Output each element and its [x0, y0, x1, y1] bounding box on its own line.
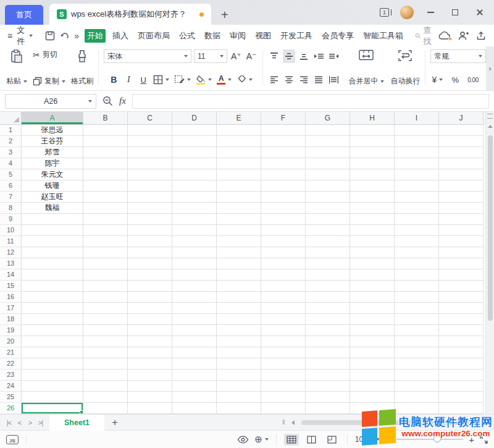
cell-B21[interactable] — [83, 347, 128, 358]
paste-button[interactable]: 粘贴 — [6, 49, 27, 87]
cell-G13[interactable] — [306, 258, 350, 269]
cell-J9[interactable] — [439, 214, 484, 225]
cell-A16[interactable] — [22, 292, 83, 303]
cell-E11[interactable] — [217, 236, 261, 247]
menu-tab-插入[interactable]: 插入 — [110, 29, 131, 43]
cell-D22[interactable] — [172, 358, 217, 370]
cell-H20[interactable] — [350, 336, 395, 347]
document-tab[interactable]: S wps excel表格列数据如何对齐？ — [49, 4, 211, 25]
cell-C13[interactable] — [128, 258, 172, 269]
cell-E4[interactable] — [217, 158, 261, 169]
cell-A17[interactable] — [22, 303, 83, 314]
cell-B3[interactable] — [83, 147, 128, 158]
cell-F20[interactable] — [261, 336, 306, 347]
cell-J18[interactable] — [439, 314, 484, 325]
cell-I9[interactable] — [395, 214, 439, 225]
cell-F16[interactable] — [261, 292, 306, 303]
menu-tab-视图[interactable]: 视图 — [253, 29, 274, 43]
cell-E25[interactable] — [217, 392, 261, 403]
cell-F25[interactable] — [261, 392, 306, 403]
column-header-I[interactable]: I — [395, 112, 439, 125]
cell-G9[interactable] — [306, 214, 350, 225]
undo-button[interactable] — [59, 31, 70, 41]
cell-D16[interactable] — [172, 292, 217, 303]
align-center-button[interactable] — [283, 73, 295, 87]
cell-C18[interactable] — [128, 314, 172, 325]
align-left-button[interactable] — [268, 73, 280, 87]
cell-G15[interactable] — [306, 281, 350, 292]
menu-tab-公式[interactable]: 公式 — [177, 29, 198, 43]
cell-C11[interactable] — [128, 236, 172, 247]
menu-tab-页面布局[interactable]: 页面布局 — [135, 29, 172, 43]
cell-G8[interactable] — [306, 203, 350, 214]
cell-H16[interactable] — [350, 292, 395, 303]
cell-H14[interactable] — [350, 269, 395, 281]
cell-B14[interactable] — [83, 269, 128, 281]
close-button[interactable] — [472, 4, 488, 20]
cell-G22[interactable] — [306, 358, 350, 370]
cell-D18[interactable] — [172, 314, 217, 325]
cell-D5[interactable] — [172, 169, 217, 180]
row-header-17[interactable]: 17 — [0, 303, 22, 314]
cell-E20[interactable] — [217, 336, 261, 347]
cell-I15[interactable] — [395, 281, 439, 292]
column-header-B[interactable]: B — [83, 112, 128, 125]
cell-B16[interactable] — [83, 292, 128, 303]
cell-J15[interactable] — [439, 281, 484, 292]
cell-A9[interactable] — [22, 214, 83, 225]
cell-H25[interactable] — [350, 392, 395, 403]
column-header-E[interactable]: E — [217, 112, 261, 125]
cell-B13[interactable] — [83, 258, 128, 269]
cell-B22[interactable] — [83, 358, 128, 370]
cell-F1[interactable] — [261, 125, 306, 136]
cell-G3[interactable] — [306, 147, 350, 158]
cell-A14[interactable] — [22, 269, 83, 281]
cell-D2[interactable] — [172, 136, 217, 147]
cell-F24[interactable] — [261, 381, 306, 392]
cell-A20[interactable] — [22, 336, 83, 347]
cell-D6[interactable] — [172, 180, 217, 192]
cell-I13[interactable] — [395, 258, 439, 269]
sheet-nav-last-button[interactable]: >| — [35, 419, 46, 426]
row-header-3[interactable]: 3 — [0, 147, 22, 158]
cell-I1[interactable] — [395, 125, 439, 136]
cell-G4[interactable] — [306, 158, 350, 169]
cell-J20[interactable] — [439, 336, 484, 347]
cell-B17[interactable] — [83, 303, 128, 314]
fill-color-button[interactable] — [195, 73, 213, 87]
cell-H19[interactable] — [350, 325, 395, 336]
cell-I21[interactable] — [395, 347, 439, 358]
cell-I25[interactable] — [395, 392, 439, 403]
scroll-up-arrow-icon[interactable] — [488, 125, 493, 128]
currency-button[interactable]: ¥ — [430, 73, 444, 87]
cell-D15[interactable] — [172, 281, 217, 292]
cell-B5[interactable] — [83, 169, 128, 180]
cell-E21[interactable] — [217, 347, 261, 358]
cell-C21[interactable] — [128, 347, 172, 358]
cell-C10[interactable] — [128, 225, 172, 236]
cell-J2[interactable] — [439, 136, 484, 147]
cell-B26[interactable] — [83, 403, 128, 414]
cell-E13[interactable] — [217, 258, 261, 269]
cell-J14[interactable] — [439, 269, 484, 281]
zoom-out-formula-icon[interactable] — [103, 96, 113, 106]
cell-D23[interactable] — [172, 370, 217, 381]
cell-I23[interactable] — [395, 370, 439, 381]
cell-D20[interactable] — [172, 336, 217, 347]
cell-D26[interactable] — [172, 403, 217, 414]
sheet-nav-next-button[interactable]: > — [25, 419, 35, 426]
cell-H13[interactable] — [350, 258, 395, 269]
cell-B19[interactable] — [83, 325, 128, 336]
font-size-select[interactable]: 11 — [194, 49, 227, 63]
cell-C23[interactable] — [128, 370, 172, 381]
hscroll-split-handle[interactable]: ‖ — [282, 418, 285, 426]
bold-button[interactable]: B — [107, 73, 120, 87]
cell-E1[interactable] — [217, 125, 261, 136]
distribute-button[interactable] — [327, 73, 340, 87]
font-color-button[interactable]: A — [216, 73, 233, 87]
row-header-16[interactable]: 16 — [0, 292, 22, 303]
cell-G20[interactable] — [306, 336, 350, 347]
cell-F12[interactable] — [261, 247, 306, 258]
cell-C7[interactable] — [128, 192, 172, 203]
cell-I2[interactable] — [395, 136, 439, 147]
